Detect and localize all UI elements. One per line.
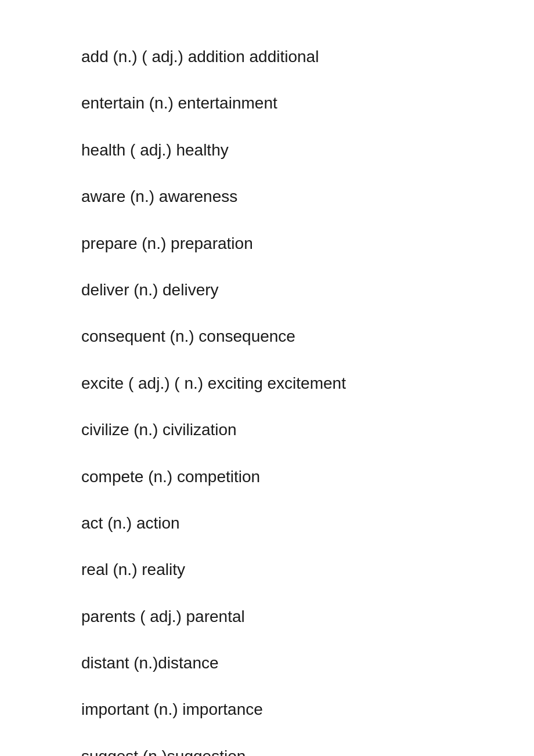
row-distant: distant (n.)distance [81,653,453,674]
row-deliver: deliver (n.) delivery [81,280,453,301]
row-excite: excite ( adj.) ( n.) exciting excitement [81,373,453,394]
row-important: important (n.) importance [81,699,453,720]
row-entertain: entertain (n.) entertainment [81,93,453,114]
row-parents: parents ( adj.) parental [81,606,453,627]
row-add: add (n.) ( adj.) addition additional [81,46,453,67]
row-real: real (n.) reality [81,559,453,580]
row-civilize: civilize (n.) civilization [81,419,453,440]
row-prepare: prepare (n.) preparation [81,233,453,254]
row-health: health ( adj.) healthy [81,140,453,161]
row-aware: aware (n.) awareness [81,186,453,207]
word-list: add (n.) ( adj.) addition additionalente… [81,46,453,756]
row-act: act (n.) action [81,513,453,534]
row-suggest: suggest (n.)suggestion [81,746,453,756]
row-compete: compete (n.) competition [81,466,453,487]
row-consequent: consequent (n.) consequence [81,326,453,347]
